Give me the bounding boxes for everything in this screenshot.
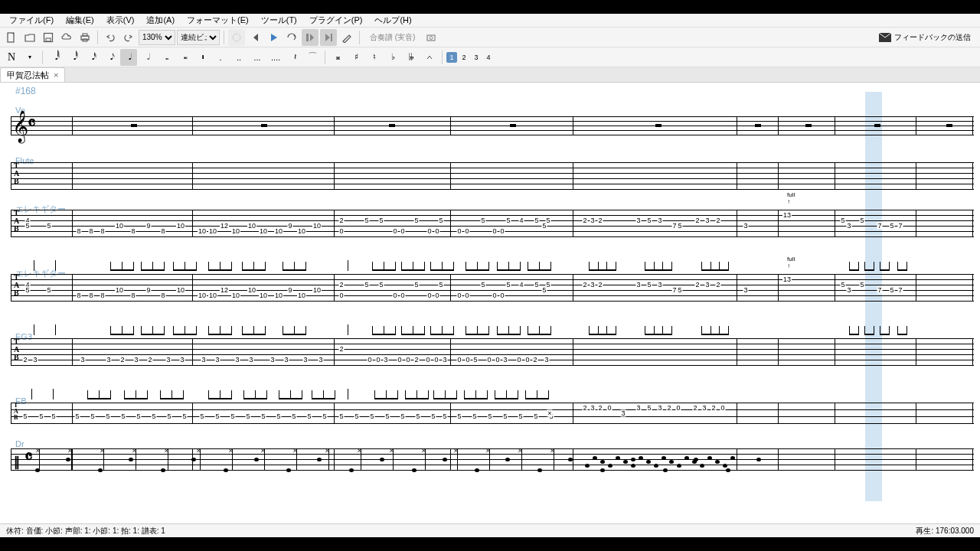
menu-edit[interactable]: 編集(E) <box>60 13 100 28</box>
rest-icon[interactable]: 𝄽 <box>286 49 302 66</box>
track-エレキギター: エレキギターTAB4558881089810101012101010109101… <box>5 269 980 323</box>
view-select[interactable]: 連続ビュー <box>177 30 220 45</box>
note-input-icon[interactable]: N <box>3 49 20 66</box>
close-icon[interactable]: × <box>54 70 58 80</box>
rewind-icon[interactable] <box>247 29 263 46</box>
new-file-icon[interactable] <box>3 29 20 46</box>
note-breve-icon[interactable]: 𝅜𝅜 <box>175 49 192 66</box>
svg-rect-7 <box>306 34 309 41</box>
note-toolbar: N ▾ 𝅘𝅥𝅲 𝅘𝅥𝅱 𝅘𝅥𝅰 𝅘𝅥𝅮 𝅘𝅥 𝅗𝅥 𝅝 𝅜𝅜 𝅛 . .. ..… <box>0 47 980 67</box>
status-right: 再生: 176:03.000 <box>916 526 974 536</box>
note-4-icon[interactable]: 𝅘𝅥 <box>120 49 137 66</box>
metronome-icon[interactable] <box>228 29 245 46</box>
camera-icon[interactable] <box>423 29 439 46</box>
menu-add[interactable]: 追加(A) <box>140 13 181 28</box>
note-64-icon[interactable]: 𝅘𝅥𝅲 <box>47 49 64 66</box>
dot4-icon[interactable]: .... <box>267 49 284 66</box>
voice-4-button[interactable]: 4 <box>483 52 494 63</box>
tie-icon[interactable]: ⁀ <box>304 49 321 66</box>
menu-tools[interactable]: ツール(T) <box>255 13 303 28</box>
loop-icon[interactable] <box>283 29 300 46</box>
note-32-icon[interactable]: 𝅘𝅥𝅱 <box>65 49 82 66</box>
accidental-x-icon[interactable]: 𝄪 <box>329 49 346 66</box>
svg-rect-1 <box>44 33 53 41</box>
feedback-label: フィードバックの送信 <box>894 32 971 43</box>
svg-point-6 <box>233 34 240 41</box>
track-dr: Dr‖𝄴××××××××××××××××× <box>5 441 980 484</box>
envelope-icon <box>879 33 891 42</box>
measure-number: #168 <box>15 86 36 96</box>
voice-2-button[interactable]: 2 <box>459 52 469 63</box>
note-1-icon[interactable]: 𝅝 <box>157 49 174 66</box>
feedback-button[interactable]: フィードバックの送信 <box>879 32 971 43</box>
svg-rect-2 <box>46 38 51 41</box>
track-eg3: EG3TAB2333232333333333320030020030050030… <box>5 334 980 387</box>
main-toolbar: 130% 連続ビュー 合奏譜 (実音) フィードバックの送信 <box>0 28 980 47</box>
svg-rect-0 <box>8 33 14 42</box>
dot3-icon[interactable]: ... <box>249 49 266 66</box>
flat-icon[interactable]: ♭ <box>384 49 401 66</box>
skip-end-icon[interactable] <box>320 29 337 46</box>
status-bar: 休符: 音価: 小節: 声部: 1: 小節: 1: 拍: 1: 譜表: 1 再生… <box>0 523 980 537</box>
print-icon[interactable] <box>77 29 93 46</box>
percussion-clef-icon: ‖ <box>14 455 17 469</box>
audio-mode-label: 合奏譜 (実音) <box>370 32 415 43</box>
track-vo: Vo𝄞𝄴 <box>5 107 980 147</box>
flip-icon[interactable] <box>421 49 438 66</box>
track-flute: FluteTAB <box>5 158 980 194</box>
repeat-play-icon[interactable] <box>302 29 318 46</box>
track-エレキギター: エレキギターTAB4558881089810101012101010109101… <box>5 205 980 259</box>
document-tab-label: 甲賀忍法帖 <box>7 70 49 81</box>
note-longa-icon[interactable]: 𝅛 <box>194 49 211 66</box>
score-viewport[interactable]: #168 Vo𝄞𝄴FluteTABエレキギターTAB45588810898101… <box>0 83 980 523</box>
svg-rect-4 <box>83 34 87 36</box>
edit-icon[interactable] <box>338 29 355 46</box>
undo-icon[interactable] <box>102 29 119 46</box>
menu-format[interactable]: フォーマット(E) <box>181 13 255 28</box>
document-tabs: 甲賀忍法帖 × <box>0 67 980 83</box>
menu-plugins[interactable]: プラグイン(P) <box>303 13 369 28</box>
cloud-icon[interactable] <box>58 29 75 46</box>
time-signature: 𝄴 <box>28 113 36 134</box>
time-signature: 𝄴 <box>24 447 33 468</box>
note-8-icon[interactable]: 𝅘𝅥𝅮 <box>102 49 119 66</box>
menu-help[interactable]: ヘルプ(H) <box>368 13 417 28</box>
treble-clef-icon: 𝄞 <box>12 110 28 142</box>
note-16-icon[interactable]: 𝅘𝅥𝅰 <box>83 49 100 66</box>
menu-view[interactable]: 表示(V) <box>100 13 141 28</box>
double-flat-icon[interactable]: 𝄫 <box>403 49 420 66</box>
save-icon[interactable] <box>40 29 57 46</box>
menu-bar: ファイル(F) 編集(E) 表示(V) 追加(A) フォーマット(E) ツール(… <box>0 14 980 28</box>
open-folder-icon[interactable] <box>21 29 38 46</box>
status-left: 休符: 音価: 小節: 声部: 1: 小節: 1: 拍: 1: 譜表: 1 <box>6 526 165 536</box>
voice-3-button[interactable]: 3 <box>471 52 482 63</box>
zoom-select[interactable]: 130% <box>139 30 175 45</box>
bend-full-marker: full↑ <box>787 191 795 205</box>
svg-point-9 <box>430 36 433 39</box>
bend-full-marker: full↑ <box>787 256 795 269</box>
voice-1-button[interactable]: 1 <box>446 52 457 63</box>
note-2-icon[interactable]: 𝅗𝅥 <box>139 49 155 66</box>
dot-icon[interactable]: . <box>212 49 229 66</box>
track-eb: EBTAB55555555555555555555555555555555555… <box>5 398 980 430</box>
document-tab[interactable]: 甲賀忍法帖 × <box>0 67 65 82</box>
chevron-down-icon[interactable]: ▾ <box>21 49 38 66</box>
play-icon[interactable] <box>265 29 282 46</box>
redo-icon[interactable] <box>120 29 137 46</box>
dot2-icon[interactable]: .. <box>230 49 247 66</box>
menu-file[interactable]: ファイル(F) <box>3 13 60 28</box>
sharp-icon[interactable]: ♯ <box>348 49 364 66</box>
natural-icon[interactable]: ♮ <box>366 49 383 66</box>
